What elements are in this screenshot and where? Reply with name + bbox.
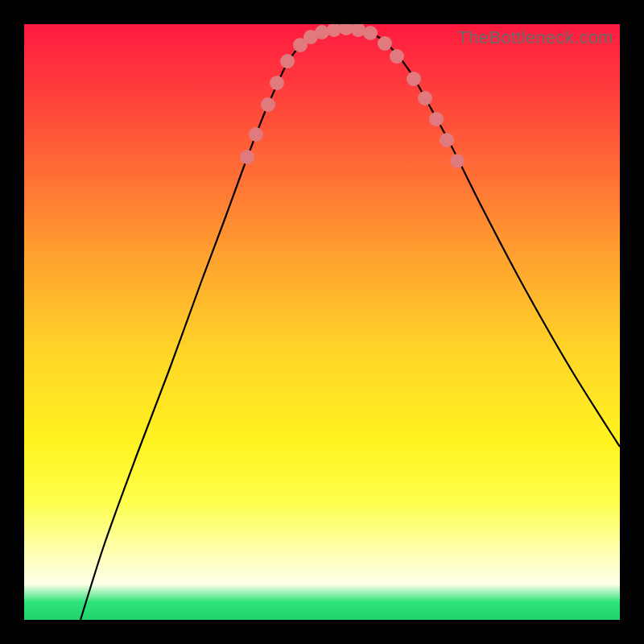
data-marker: [450, 154, 464, 168]
data-marker: [429, 112, 444, 126]
data-marker: [270, 76, 284, 90]
data-marker: [280, 54, 295, 68]
data-marker: [418, 91, 432, 105]
chart-frame: TheBottleneck.com: [0, 0, 644, 644]
bottleneck-curve: [80, 28, 620, 620]
chart-svg: [24, 24, 620, 620]
data-marker: [249, 127, 263, 142]
data-marker: [378, 36, 392, 51]
data-marker: [363, 26, 378, 40]
data-marker: [261, 97, 275, 112]
data-marker: [390, 49, 404, 64]
data-marker: [440, 133, 454, 147]
data-marker: [407, 72, 421, 86]
data-marker: [351, 24, 365, 37]
watermark-label: TheBottleneck.com: [458, 27, 613, 48]
data-marker: [315, 25, 329, 39]
data-marker: [240, 150, 254, 164]
marker-group: [240, 24, 464, 168]
data-marker: [327, 24, 341, 37]
plot-area: TheBottleneck.com: [24, 24, 620, 620]
